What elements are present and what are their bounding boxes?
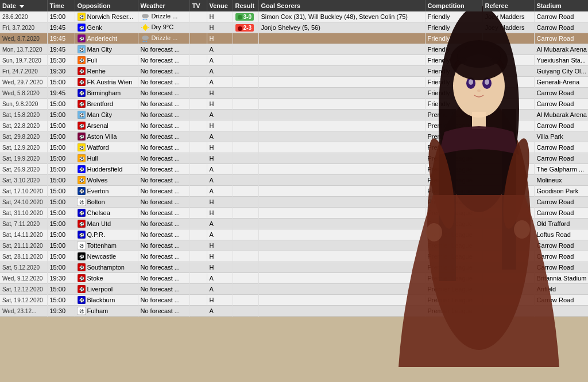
cell-opposition[interactable]: ⚽ Bolton	[75, 197, 138, 208]
cell-opposition[interactable]: ⚽ Southampton	[75, 262, 138, 273]
table-row[interactable]: Sat, 29.8.202015:00 ⚽ Aston VillaNo fore…	[0, 131, 588, 142]
cell-opposition[interactable]: ⚽ Fulham	[75, 306, 138, 317]
table-row[interactable]: Sat, 19.9.202015:00 ⚽ HullNo forecast ..…	[0, 153, 588, 164]
cell-referee	[482, 208, 534, 219]
cell-stadium: Carrow Road	[534, 295, 588, 306]
table-row[interactable]: Sat, 21.11.202015:00 ⚽ TottenhamNo forec…	[0, 240, 588, 251]
svg-text:⚽: ⚽	[79, 221, 84, 227]
table-row[interactable]: Sat, 7.11.202015:00 ⚽ Man UtdNo forecast…	[0, 219, 588, 229]
table-row[interactable]: Sat, 24.10.202015:00 ⚽ BoltonNo forecast…	[0, 197, 588, 208]
cell-date: Sat, 7.11.2020	[0, 219, 47, 229]
table-row[interactable]: Wed, 23.12...19:30 ⚽ FulhamNo forecast .…	[0, 306, 588, 317]
cell-opposition[interactable]: ⚽ Genk	[75, 22, 138, 33]
cell-scorers: Jonjo Shelvey (5, 56)	[258, 22, 425, 33]
cell-opposition[interactable]: ⚽ Birmingham	[75, 88, 138, 99]
table-row[interactable]: Sun, 19.7.202015:30 ⚽ FuliNo forecast ..…	[0, 55, 588, 66]
col-header-stadium[interactable]: Stadium	[534, 0, 588, 11]
svg-text:⚽: ⚽	[79, 123, 84, 128]
table-row[interactable]: Wed, 8.7.202019:45 ⚽ Anderlecht Drizzle …	[0, 33, 588, 44]
cell-opposition[interactable]: ⚽ Brentford	[75, 99, 138, 110]
svg-text:⚽: ⚽	[79, 25, 84, 30]
cell-referee	[482, 120, 534, 131]
cell-opposition[interactable]: ⚽ Aston Villa	[75, 131, 138, 142]
cell-opposition[interactable]: ⚽ Watford	[75, 142, 138, 153]
col-header-competition[interactable]: Competition	[425, 0, 482, 11]
svg-point-15	[142, 36, 149, 40]
cell-opposition[interactable]: ⚽ Stoke	[75, 273, 138, 284]
team-name: Genk	[87, 24, 102, 31]
fixtures-table-container[interactable]: Date Time Opposition Weather TV Venue Re…	[0, 0, 588, 382]
cell-opposition[interactable]: ⚽ Huddersfield	[75, 164, 138, 175]
cell-opposition[interactable]: ⚽ Q.P.R.	[75, 229, 138, 240]
cell-opposition[interactable]: ⚽ Chelsea	[75, 208, 138, 219]
cell-tv	[189, 175, 207, 186]
cell-opposition[interactable]: ⚽ Man City	[75, 44, 138, 55]
table-row[interactable]: Sun, 9.8.202015:00 ⚽ BrentfordNo forecas…	[0, 99, 588, 110]
cell-date: Sat, 28.11.2020	[0, 251, 47, 262]
table-row[interactable]: Fri, 3.7.202019:45 ⚽ Genk Dry 9°CH2-3Jon…	[0, 22, 588, 33]
table-row[interactable]: Mon, 13.7.202019:45 ⚽ Man CityNo forecas…	[0, 44, 588, 55]
table-row[interactable]: Sat, 15.8.202015:00 ⚽ Man CityNo forecas…	[0, 110, 588, 120]
cell-date: Wed, 9.12.2020	[0, 273, 47, 284]
cell-time: 15:00	[47, 240, 75, 251]
cell-opposition[interactable]: ⚽ Fuli	[75, 55, 138, 66]
col-header-weather[interactable]: Weather	[138, 0, 189, 11]
cell-opposition[interactable]: ⚽ Wolves	[75, 175, 138, 186]
cell-opposition[interactable]: ⚽ Renhe	[75, 66, 138, 77]
team-name: Norwich Reser...	[87, 13, 134, 20]
cell-stadium: Carrow Road	[534, 153, 588, 164]
col-header-scorers[interactable]: Goal Scorers	[258, 0, 425, 11]
cell-time: 15:00	[47, 229, 75, 240]
cell-opposition[interactable]: ⚽ Man City	[75, 110, 138, 120]
col-header-result[interactable]: Result	[233, 0, 258, 11]
cell-venue: H	[207, 251, 233, 262]
cell-result: 3-0	[233, 11, 258, 22]
col-header-date[interactable]: Date	[0, 0, 47, 11]
cell-tv	[189, 219, 207, 229]
table-row[interactable]: Wed, 29.7.202015:00 ⚽ FK Austria WienNo …	[0, 77, 588, 88]
cell-venue: H	[207, 262, 233, 273]
cell-opposition[interactable]: ⚽ Anderlecht	[75, 33, 138, 44]
col-header-opposition[interactable]: Opposition	[75, 0, 138, 11]
table-row[interactable]: 28.6.202015:00 ⚽ Norwich Reser... Drizzl…	[0, 11, 588, 22]
table-row[interactable]: Sat, 31.10.202015:00 ⚽ ChelseaNo forecas…	[0, 208, 588, 219]
cell-competition: Premier League	[425, 240, 482, 251]
team-name: Arsenal	[87, 122, 109, 129]
col-header-tv[interactable]: TV	[189, 0, 207, 11]
cell-result	[233, 284, 258, 295]
cell-opposition[interactable]: ⚽ Man Utd	[75, 219, 138, 229]
cell-opposition[interactable]: ⚽ Norwich Reser...	[75, 11, 138, 22]
table-row[interactable]: Sat, 28.11.202015:00 ⚽ NewcastleNo forec…	[0, 251, 588, 262]
table-row[interactable]: Sat, 5.12.202015:00 ⚽ SouthamptonNo fore…	[0, 262, 588, 273]
cell-opposition[interactable]: ⚽ Everton	[75, 186, 138, 197]
cell-opposition[interactable]: ⚽ Newcastle	[75, 251, 138, 262]
cell-scorers	[258, 77, 425, 88]
col-header-time[interactable]: Time	[47, 0, 75, 11]
table-row[interactable]: Sat, 22.8.202015:00 ⚽ ArsenalNo forecast…	[0, 120, 588, 131]
table-row[interactable]: Fri, 24.7.202019:30 ⚽ RenheNo forecast .…	[0, 66, 588, 77]
cell-opposition[interactable]: ⚽ Hull	[75, 153, 138, 164]
table-row[interactable]: Sat, 17.10.202015:00 ⚽ EvertonNo forecas…	[0, 186, 588, 197]
cell-opposition[interactable]: ⚽ Tottenham	[75, 240, 138, 251]
table-row[interactable]: Wed, 5.8.202019:45 ⚽ BirminghamNo foreca…	[0, 88, 588, 99]
cell-opposition[interactable]: ⚽ Liverpool	[75, 284, 138, 295]
cell-opposition[interactable]: ⚽ FK Austria Wien	[75, 77, 138, 88]
cell-competition: Friendly	[425, 11, 482, 22]
table-row[interactable]: Sat, 3.10.202015:00 ⚽ WolvesNo forecast …	[0, 175, 588, 186]
cell-date: Fri, 3.7.2020	[0, 22, 47, 33]
table-row[interactable]: Sat, 12.12.202015:00 ⚽ LiverpoolNo forec…	[0, 284, 588, 295]
table-row[interactable]: Sat, 12.9.202015:00 ⚽ WatfordNo forecast…	[0, 142, 588, 153]
col-header-venue[interactable]: Venue	[207, 0, 233, 11]
svg-text:⚽: ⚽	[79, 58, 84, 63]
cell-opposition[interactable]: ⚽ Arsenal	[75, 120, 138, 131]
cell-venue: H	[207, 99, 233, 110]
table-row[interactable]: Sat, 26.9.202015:00 ⚽ HuddersfieldNo for…	[0, 164, 588, 175]
table-row[interactable]: Wed, 9.12.202019:30 ⚽ StokeNo forecast .…	[0, 273, 588, 284]
cell-result: 2-3	[233, 22, 258, 33]
cell-date: Sat, 21.11.2020	[0, 240, 47, 251]
table-row[interactable]: Sat, 19.12.202015:00 ⚽ BlackburnNo forec…	[0, 295, 588, 306]
cell-competition: Friendly	[425, 55, 482, 66]
col-header-referee[interactable]: Referee	[482, 0, 534, 11]
table-row[interactable]: Sat, 14.11.202015:00 ⚽ Q.P.R.No forecast…	[0, 229, 588, 240]
cell-opposition[interactable]: ⚽ Blackburn	[75, 295, 138, 306]
